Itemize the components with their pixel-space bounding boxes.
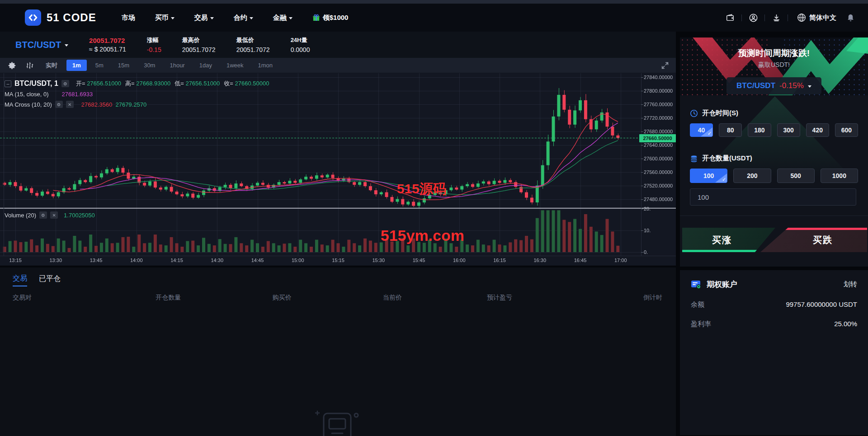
watermark-url: 515ym.com bbox=[381, 227, 464, 244]
buy-down-button[interactable]: 买跌 bbox=[760, 228, 867, 252]
close-icon[interactable]: ✕ bbox=[50, 211, 58, 219]
interval-1week[interactable]: 1week bbox=[221, 60, 250, 71]
nav-item-finance[interactable]: 金融 bbox=[273, 14, 292, 22]
account-title: 期权账户 bbox=[707, 279, 737, 290]
wallet-icon[interactable] bbox=[725, 13, 735, 23]
separator bbox=[741, 14, 742, 21]
gift-icon bbox=[312, 14, 320, 22]
interval-30m[interactable]: 30m bbox=[138, 60, 161, 71]
amount-opts-200[interactable]: 200 bbox=[733, 169, 771, 183]
pair-dropdown[interactable]: BTC/USDT -0.15% bbox=[726, 77, 821, 94]
bonus-link[interactable]: 领$1000 bbox=[312, 14, 349, 22]
separator bbox=[764, 14, 765, 21]
watermark-text: 515源码 bbox=[397, 180, 447, 198]
ohlc-values: 开= 27656.51000 高= 27668.93000 低= 27656.5… bbox=[76, 80, 269, 88]
volume-legend: Volume (20) ⚙ ✕ 1.70025050 bbox=[5, 211, 95, 219]
amount-opts-500[interactable]: 500 bbox=[777, 169, 815, 183]
volume-tick: 20. bbox=[644, 206, 651, 211]
column-header: 预计盈亏 bbox=[487, 294, 597, 302]
ma15-label: MA (15, close, 0) bbox=[5, 91, 49, 98]
banner-triangle bbox=[698, 96, 852, 178]
empty-state-icon bbox=[311, 407, 365, 436]
time-opts-300[interactable]: 300 bbox=[777, 123, 800, 137]
nav-item-buy[interactable]: 买币 bbox=[155, 14, 175, 22]
bell-icon[interactable] bbox=[845, 13, 855, 23]
chart-toolbar: 实时 1m5m15m30m1hour1day1week1mon bbox=[0, 58, 676, 73]
interval-15m[interactable]: 15m bbox=[112, 60, 135, 71]
time-tick: 16:45 bbox=[570, 258, 591, 263]
gear-icon[interactable]: ⚙ bbox=[61, 80, 69, 87]
tab-realtime[interactable]: 实时 bbox=[40, 61, 63, 70]
time-tick: 13:45 bbox=[86, 258, 107, 263]
chevron-down-icon bbox=[65, 44, 68, 47]
tab-open-trades[interactable]: 交易 bbox=[13, 274, 27, 286]
transfer-link[interactable]: 划转 bbox=[844, 280, 857, 289]
banner-title: 预测时间周期涨跌! bbox=[680, 47, 868, 59]
open-time-label: 开仓时间(S) bbox=[690, 109, 858, 117]
chevron-down-icon bbox=[171, 17, 175, 19]
browser-strip bbox=[0, 0, 868, 4]
nav-menu: 市场 买币 交易 合约 金融 bbox=[122, 14, 292, 22]
open-amount-options: 1002005001000 bbox=[690, 169, 858, 183]
interval-5m[interactable]: 5m bbox=[90, 60, 109, 71]
interval-1hour[interactable]: 1hour bbox=[164, 60, 190, 71]
open-amount-label: 开仓数量(USDT) bbox=[690, 154, 858, 163]
time-tick: 15:45 bbox=[409, 258, 429, 263]
time-opts-40[interactable]: 40 bbox=[690, 123, 713, 137]
positions-panel: 交易 已平仓 交易对开仓数量购买价当前价预计盈亏倒计时 bbox=[0, 267, 676, 436]
logo[interactable]: 51 CODE bbox=[25, 9, 96, 26]
close-icon[interactable]: ✕ bbox=[66, 101, 74, 108]
time-opts-420[interactable]: 420 bbox=[806, 123, 829, 137]
time-opts-600[interactable]: 600 bbox=[835, 123, 858, 137]
option-trade-panel: 预测时间周期涨跌! 赢取USDT! BTC/USDT -0.15% 开仓时间(S… bbox=[680, 38, 868, 267]
buy-up-button[interactable]: 买涨 bbox=[682, 228, 775, 252]
time-tick: 16:30 bbox=[529, 258, 550, 263]
language-selector[interactable]: 简体中文 bbox=[797, 13, 836, 22]
gear-icon[interactable]: ⚙ bbox=[55, 101, 63, 108]
price-tick: 27760.00000 bbox=[644, 102, 673, 107]
time-opts-180[interactable]: 180 bbox=[748, 123, 771, 137]
interval-1m[interactable]: 1m bbox=[66, 60, 87, 71]
pair-selector[interactable]: BTC/USDT bbox=[15, 40, 68, 50]
price-tick: 27800.00000 bbox=[644, 88, 673, 94]
logo-text: 51 CODE bbox=[47, 11, 96, 24]
amount-opts-1000[interactable]: 1000 bbox=[821, 169, 858, 183]
price-tick: 27520.00000 bbox=[644, 183, 673, 188]
time-tick: 13:30 bbox=[45, 258, 66, 263]
settings-gear-icon[interactable] bbox=[8, 61, 16, 69]
ma15-value: 27681.6933 bbox=[62, 91, 93, 98]
clock-icon bbox=[690, 109, 698, 117]
nav-item-contract[interactable]: 合约 bbox=[234, 14, 253, 22]
table-header: 交易对开仓数量购买价当前价预计盈亏倒计时 bbox=[13, 294, 676, 302]
fullscreen-icon[interactable] bbox=[660, 61, 670, 70]
collapse-icon[interactable]: – bbox=[5, 80, 11, 87]
time-opts-80[interactable]: 80 bbox=[719, 123, 742, 137]
time-tick: 14:15 bbox=[166, 258, 187, 263]
time-tick: 16:15 bbox=[489, 258, 510, 263]
ticker-price: 20051.7072 ≈ $ 20051.71 bbox=[89, 37, 126, 53]
interval-group: 1m5m15m30m1hour1day1week1mon bbox=[66, 60, 278, 71]
stat-volume: 24H量0.0000 bbox=[291, 36, 310, 53]
stat-low: 最低价20051.7072 bbox=[236, 36, 270, 53]
download-icon[interactable] bbox=[771, 13, 781, 23]
chevron-down-icon bbox=[250, 17, 253, 19]
chart-body[interactable]: – BTC/USDT, 1 ⚙ 开= 27656.51000 高= 27668.… bbox=[0, 73, 676, 265]
nav-item-trade[interactable]: 交易 bbox=[194, 14, 214, 22]
price-tick: 27480.00000 bbox=[644, 197, 673, 202]
amount-input[interactable] bbox=[690, 188, 856, 206]
nav-right: 简体中文 bbox=[725, 13, 855, 23]
account-card-icon bbox=[691, 280, 702, 290]
amount-opts-100[interactable]: 100 bbox=[690, 169, 727, 183]
banner-subtitle: 赢取USDT! bbox=[680, 61, 868, 69]
interval-1mon[interactable]: 1mon bbox=[252, 60, 278, 71]
nav-item-market[interactable]: 市场 bbox=[122, 14, 135, 22]
gear-icon[interactable]: ⚙ bbox=[39, 211, 47, 219]
chevron-down-icon bbox=[289, 17, 292, 19]
user-icon[interactable] bbox=[748, 13, 758, 23]
tab-closed-trades[interactable]: 已平仓 bbox=[39, 274, 61, 286]
chart-legend: – BTC/USDT, 1 ⚙ 开= 27656.51000 高= 27668.… bbox=[5, 80, 269, 111]
time-tick: 14:00 bbox=[126, 258, 147, 263]
macross-slow: 27679.2570 bbox=[115, 101, 146, 108]
interval-1day[interactable]: 1day bbox=[193, 60, 218, 71]
indicator-chart-icon[interactable] bbox=[26, 61, 34, 70]
